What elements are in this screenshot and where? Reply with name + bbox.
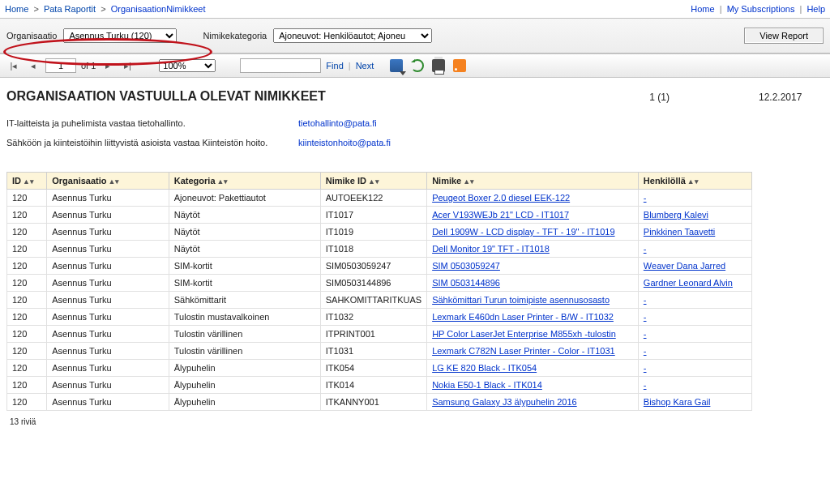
cell-id: 120 <box>7 207 47 224</box>
cell-henkilolla-link[interactable]: Blumberg Kalevi <box>644 210 708 220</box>
next-page-icon[interactable]: ▸ <box>101 58 115 73</box>
cell-cat: Sähkömittarit <box>169 292 320 309</box>
cell-henkilolla-link[interactable]: Bishop Kara Gail <box>644 397 711 407</box>
cell-henkilolla-link[interactable]: Pinkkinen Taavetti <box>644 227 715 237</box>
cell-nimike-link[interactable]: LG KE 820 Black - ITK054 <box>432 363 537 373</box>
cell-org: Asennus Turku <box>47 241 169 258</box>
cell-nimike-link[interactable]: Sähkömittari Turun toimipiste asennusosa… <box>432 295 610 305</box>
cat-select[interactable]: Ajoneuvot: Henkilöautot; Ajoneu <box>273 28 432 43</box>
cell-cat: Tulostin värillinen <box>169 326 320 343</box>
breadcrumb: Home > Pata Raportit > OrganisaationNimi… <box>5 4 205 14</box>
cell-nimike-link[interactable]: HP Color LaserJet Enterprise M855xh -tul… <box>432 329 616 339</box>
cell-henkilolla-link[interactable]: - <box>644 312 647 322</box>
zoom-select[interactable]: 100% <box>159 59 216 72</box>
topnav-home[interactable]: Home <box>691 4 714 14</box>
cell-nimike-link[interactable]: SIM 0503059247 <box>432 261 500 271</box>
first-page-icon[interactable]: |◂ <box>6 58 21 73</box>
export-icon[interactable] <box>390 59 403 72</box>
cell-henkilolla-link[interactable]: - <box>644 346 647 356</box>
cell-nimike: SIM 0503144896 <box>427 275 639 292</box>
report-title: ORGANISAATION VASTUULLA OLEVAT NIMIKKEET <box>6 89 326 104</box>
cell-cat: Näytöt <box>169 224 320 241</box>
cell-henkilolla-link[interactable]: Gardner Leonard Alvin <box>644 278 733 288</box>
cell-henkilolla-link[interactable]: - <box>644 244 647 254</box>
cell-nimike: Sähkömittari Turun toimipiste asennusosa… <box>427 292 639 309</box>
cell-org: Asennus Turku <box>47 326 169 343</box>
cell-nimike: LG KE 820 Black - ITK054 <box>427 360 639 377</box>
cell-nimike-link[interactable]: Dell 1909W - LCD display - TFT - 19" - I… <box>432 227 614 237</box>
cell-henkilolla-link[interactable]: - <box>644 193 647 203</box>
cell-cat: Älypuhelin <box>169 394 320 411</box>
cell-org: Asennus Turku <box>47 292 169 309</box>
cell-nimike-id: IT1032 <box>320 309 426 326</box>
report-header: ORGANISAATION VASTUULLA OLEVAT NIMIKKEET… <box>6 89 824 104</box>
find-next-button[interactable]: Next <box>356 61 374 70</box>
col-organisaatio[interactable]: Organisaatio▲▾ <box>47 173 169 190</box>
cell-henkilolla: - <box>638 326 751 343</box>
table-row: 120Asennus TurkuNäytötIT1018Dell Monitor… <box>7 241 752 258</box>
table-header-row: ID▲▾ Organisaatio▲▾ Kategoria▲▾ Nimike I… <box>7 173 752 190</box>
last-page-icon[interactable]: ▸| <box>120 58 135 73</box>
cell-nimike-id: AUTOEEK122 <box>320 190 426 207</box>
cell-henkilolla-link[interactable]: - <box>644 295 647 305</box>
contact2-label: Sähköön ja kiinteistöihin liittyvistä as… <box>6 138 298 147</box>
col-id[interactable]: ID▲▾ <box>7 173 47 190</box>
cell-org: Asennus Turku <box>47 190 169 207</box>
cell-org: Asennus Turku <box>47 394 169 411</box>
cell-id: 120 <box>7 343 47 360</box>
topnav-help[interactable]: Help <box>806 4 825 14</box>
print-icon[interactable] <box>432 59 445 72</box>
cell-id: 120 <box>7 309 47 326</box>
feed-icon[interactable] <box>453 59 466 72</box>
breadcrumb-mid[interactable]: Pata Raportit <box>44 4 96 14</box>
cell-id: 120 <box>7 258 47 275</box>
table-row: 120Asennus TurkuSIM-kortitSIM0503059247S… <box>7 258 752 275</box>
refresh-icon[interactable] <box>411 59 424 72</box>
col-nimike-id[interactable]: Nimike ID▲▾ <box>320 173 426 190</box>
find-button[interactable]: Find <box>326 61 343 70</box>
contact2-email[interactable]: kiinteistonhoito@pata.fi <box>298 138 391 147</box>
prev-page-icon[interactable]: ◂ <box>26 58 41 73</box>
view-report-button[interactable]: View Report <box>744 28 824 44</box>
col-nimike[interactable]: Nimike▲▾ <box>427 173 639 190</box>
cell-cat: Älypuhelin <box>169 377 320 394</box>
topnav-subscriptions[interactable]: My Subscriptions <box>727 4 795 14</box>
items-table: ID▲▾ Organisaatio▲▾ Kategoria▲▾ Nimike I… <box>6 172 752 411</box>
cell-henkilolla-link[interactable]: - <box>644 363 647 373</box>
org-select[interactable]: Asennus Turku (120) <box>63 28 177 43</box>
cell-henkilolla: - <box>638 343 751 360</box>
cell-org: Asennus Turku <box>47 207 169 224</box>
cell-nimike-link[interactable]: Acer V193WEJb 21" LCD - IT1017 <box>432 210 569 220</box>
cell-henkilolla-link[interactable]: - <box>644 329 647 339</box>
cell-nimike-link[interactable]: Lexmark C782N Laser Printer - Color - IT… <box>432 346 615 356</box>
cell-nimike-id: SIM0503144896 <box>320 275 426 292</box>
cell-org: Asennus Turku <box>47 258 169 275</box>
breadcrumb-current[interactable]: OrganisaationNimikkeet <box>111 4 206 14</box>
cell-id: 120 <box>7 241 47 258</box>
cell-nimike-id: SIM0503059247 <box>320 258 426 275</box>
table-row: 120Asennus TurkuTulostin mustavalkoinenI… <box>7 309 752 326</box>
report-page: 1 (1) <box>649 92 670 103</box>
cell-nimike-id: ITK014 <box>320 377 426 394</box>
cell-nimike-link[interactable]: Nokia E50-1 Black - ITK014 <box>432 380 542 390</box>
col-kategoria[interactable]: Kategoria▲▾ <box>169 173 320 190</box>
breadcrumb-home[interactable]: Home <box>5 4 28 14</box>
page-number-input[interactable] <box>45 58 76 73</box>
cell-nimike-link[interactable]: SIM 0503144896 <box>432 278 500 288</box>
cell-nimike: HP Color LaserJet Enterprise M855xh -tul… <box>427 326 639 343</box>
row-count: 13 riviä <box>10 417 820 426</box>
cell-nimike-id: IT1019 <box>320 224 426 241</box>
cell-cat: Näytöt <box>169 207 320 224</box>
find-input[interactable] <box>240 58 321 73</box>
cell-org: Asennus Turku <box>47 360 169 377</box>
cell-nimike-link[interactable]: Samsung Galaxy J3 älypuhelin 2016 <box>432 397 577 407</box>
cell-henkilolla-link[interactable]: Weaver Dana Jarred <box>644 261 725 271</box>
cell-nimike: Acer V193WEJb 21" LCD - IT1017 <box>427 207 639 224</box>
col-henkilolla[interactable]: Henkilöllä▲▾ <box>638 173 751 190</box>
contact1-email[interactable]: tietohallinto@pata.fi <box>298 118 377 128</box>
cell-id: 120 <box>7 377 47 394</box>
cell-henkilolla-link[interactable]: - <box>644 380 647 390</box>
cell-nimike-link[interactable]: Dell Monitor 19" TFT - IT1018 <box>432 244 550 254</box>
cell-nimike-link[interactable]: Lexmark E460dn Laser Printer - B/W - IT1… <box>432 312 614 322</box>
cell-nimike-link[interactable]: Peugeot Boxer 2.0 diesel EEK-122 <box>432 193 570 203</box>
